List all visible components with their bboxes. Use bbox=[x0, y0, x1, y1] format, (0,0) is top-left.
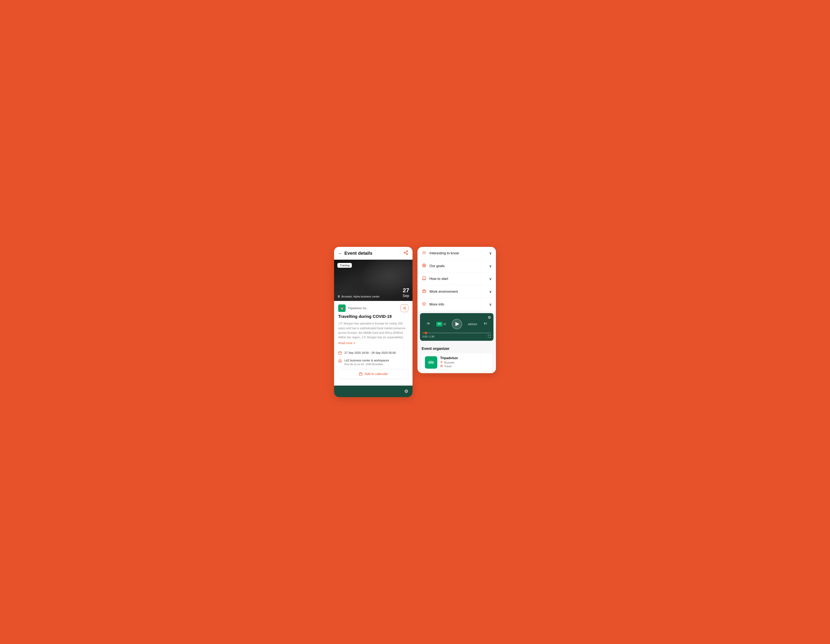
video-logo-icon bbox=[436, 322, 442, 326]
screen-header: ← Event details bbox=[334, 247, 412, 259]
progress-track[interactable] bbox=[423, 332, 491, 333]
back-button[interactable]: ← Event details bbox=[338, 251, 372, 256]
svg-marker-26 bbox=[423, 302, 426, 305]
accordion-left: More info bbox=[421, 302, 444, 307]
chevron-down-icon: ∨ bbox=[489, 302, 492, 307]
back-arrow-icon: ← bbox=[338, 251, 342, 256]
svg-point-5 bbox=[338, 296, 339, 297]
organizer-card-name: Tripadvisor bbox=[440, 356, 458, 360]
share-square-button[interactable] bbox=[401, 304, 409, 312]
svg-point-36 bbox=[432, 362, 433, 363]
svg-point-35 bbox=[429, 362, 430, 363]
accordion-item-howtostart[interactable]: How to start ∨ bbox=[418, 272, 496, 285]
video-controls: tri advisor bbox=[420, 313, 493, 332]
organizer-city-row: Brussels bbox=[440, 361, 458, 364]
accordion-item-workenvironment[interactable]: Work environment ∨ bbox=[418, 285, 496, 298]
accordion-item-interesting[interactable]: Interesting to know ∨ bbox=[418, 247, 496, 259]
organizer-category: Travel bbox=[444, 365, 451, 368]
video-next-button[interactable] bbox=[483, 321, 488, 327]
svg-point-23 bbox=[423, 264, 425, 266]
svg-rect-38 bbox=[440, 366, 443, 367]
share-button[interactable] bbox=[404, 250, 409, 256]
accordion-label-workenvironment: Work environment bbox=[429, 290, 458, 294]
venue-address: Rue de la Loi 42, 1040 Bruxelles bbox=[344, 363, 389, 366]
organizer-section-title: Event organizer bbox=[421, 347, 492, 351]
svg-line-10 bbox=[404, 307, 405, 308]
video-play-button[interactable] bbox=[452, 319, 462, 329]
event-organizer-section: Event organizer Tripadvisor bbox=[418, 343, 496, 373]
chevron-down-icon: ∨ bbox=[489, 277, 492, 281]
video-logo-text: tri bbox=[444, 323, 446, 326]
organizer-info: 🦉 Tripadvisor Inc. bbox=[338, 304, 367, 312]
event-datetime-text: 27 Sep 2020 18:00 - 28 Sep 2020 00:00 bbox=[344, 351, 396, 355]
accordion-list: Interesting to know ∨ Our goals ∨ bbox=[418, 247, 496, 311]
target-icon bbox=[421, 263, 426, 269]
svg-line-4 bbox=[405, 252, 407, 252]
event-datetime-row: 27 Sep 2020 18:00 - 28 Sep 2020 00:00 bbox=[338, 351, 409, 356]
read-more-button[interactable]: Read more ∨ bbox=[338, 342, 409, 345]
organizer-category-row: Travel bbox=[440, 364, 458, 368]
location-overlay-text: Brussels, Alpha business center bbox=[342, 295, 380, 298]
event-description: J.P. Morgan has operated in Europe for n… bbox=[338, 321, 409, 340]
settings-icon[interactable]: ⚙ bbox=[404, 389, 409, 394]
video-time-row: 0:05 / 1:39 bbox=[423, 335, 491, 339]
video-logo-text-right: advisor bbox=[468, 323, 477, 326]
svg-point-24 bbox=[424, 265, 424, 266]
left-screen: ← Event details Training Brussels, Alpha… bbox=[334, 247, 412, 397]
fullscreen-icon[interactable] bbox=[488, 335, 491, 339]
event-image: Training Brussels, Alpha business center… bbox=[334, 259, 412, 301]
play-triangle-icon bbox=[455, 322, 459, 326]
svg-rect-27 bbox=[437, 322, 442, 325]
svg-point-31 bbox=[440, 324, 440, 324]
video-prev-button[interactable] bbox=[426, 321, 431, 327]
accordion-label-moreinfo: More info bbox=[429, 302, 444, 307]
list-icon bbox=[421, 251, 426, 256]
video-player: ⚙ bbox=[420, 313, 493, 341]
read-more-label: Read more bbox=[338, 342, 352, 345]
svg-rect-25 bbox=[423, 290, 426, 293]
video-logo-right: advisor bbox=[468, 323, 477, 326]
event-title: Travelling during COVID-19 bbox=[338, 314, 409, 319]
accordion-label-howtostart: How to start bbox=[429, 277, 448, 281]
svg-rect-32 bbox=[427, 359, 435, 366]
bottom-bar: ⚙ bbox=[334, 386, 412, 397]
accordion-left: How to start bbox=[421, 276, 448, 281]
event-location-details: L42 business center & workspaces Rue de … bbox=[344, 358, 389, 366]
video-logo: tri bbox=[436, 322, 446, 326]
organizer-card: Tripadvisor Brussels bbox=[421, 353, 492, 372]
book-icon bbox=[421, 276, 426, 281]
svg-rect-15 bbox=[359, 373, 362, 376]
training-badge: Training bbox=[337, 263, 352, 268]
accordion-item-goals[interactable]: Our goals ∨ bbox=[418, 259, 496, 272]
home-icon bbox=[338, 359, 342, 364]
briefcase-small-icon bbox=[440, 364, 443, 368]
svg-line-9 bbox=[404, 309, 405, 309]
svg-point-30 bbox=[438, 324, 439, 324]
add-to-calendar-button[interactable]: Add to calendar bbox=[338, 369, 409, 379]
accordion-label-interesting: Interesting to know bbox=[429, 251, 459, 255]
owl-icon: 🦉 bbox=[340, 306, 344, 310]
accordion-left: Our goals bbox=[421, 263, 445, 269]
accordion-left: Work environment bbox=[421, 289, 458, 294]
chevron-down-icon: ∨ bbox=[489, 251, 492, 256]
screens-container: ← Event details Training Brussels, Alpha… bbox=[334, 247, 496, 397]
page-title: Event details bbox=[344, 251, 372, 256]
accordion-left: Interesting to know bbox=[421, 251, 459, 256]
event-date-day: 27 bbox=[402, 287, 409, 294]
accordion-label-goals: Our goals bbox=[429, 264, 445, 268]
svg-rect-11 bbox=[339, 352, 342, 354]
event-body: 🦉 Tripadvisor Inc. Travelling during COV… bbox=[334, 301, 412, 382]
organizer-city: Brussels bbox=[444, 361, 455, 364]
accordion-item-moreinfo[interactable]: More info ∨ bbox=[418, 298, 496, 311]
briefcase-icon bbox=[421, 289, 426, 294]
organizer-logo-large bbox=[425, 356, 437, 369]
svg-point-37 bbox=[441, 362, 442, 362]
event-date: 27 Sep bbox=[402, 287, 409, 298]
event-location-overlay: Brussels, Alpha business center bbox=[337, 295, 380, 298]
chevron-down-icon: ∨ bbox=[353, 342, 355, 345]
video-settings-button[interactable]: ⚙ bbox=[488, 315, 491, 320]
organizer-name: Tripadvisor Inc. bbox=[348, 307, 367, 310]
organizer-details: Tripadvisor Brussels bbox=[440, 356, 458, 368]
progress-dot bbox=[425, 332, 427, 334]
chevron-down-icon: ∨ bbox=[489, 290, 492, 294]
